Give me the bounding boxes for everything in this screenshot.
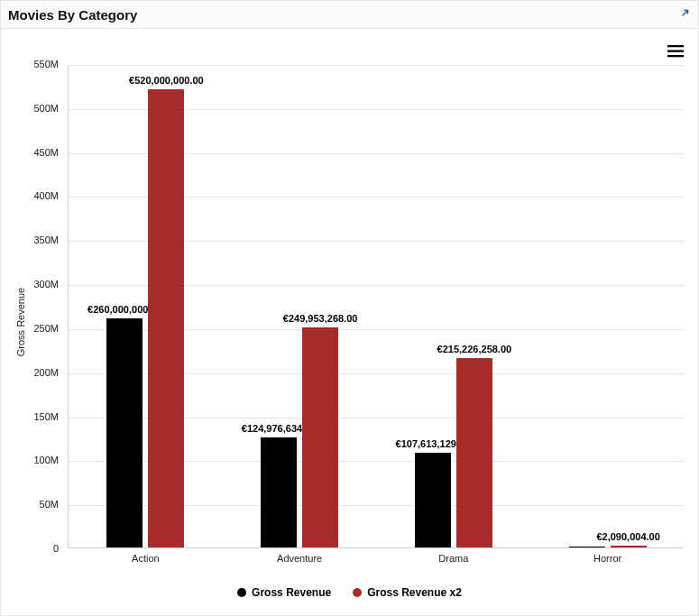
card-body: Gross Revenue Action€260,000,000.00€520,… xyxy=(1,29,698,615)
y-tick-label: 0 xyxy=(8,543,59,554)
y-tick-label: 300M xyxy=(8,279,59,290)
legend-label: Gross Revenue x2 xyxy=(367,586,462,599)
bar[interactable]: €249,953,268.00 xyxy=(302,327,338,547)
chart-area: Gross Revenue Action€260,000,000.00€520,… xyxy=(8,36,691,608)
open-in-new-icon[interactable] xyxy=(678,9,689,20)
legend-item-gross-revenue-x2[interactable]: Gross Revenue x2 xyxy=(353,586,462,599)
legend-swatch-icon xyxy=(353,588,362,597)
bar-value-label: €249,953,268.00 xyxy=(283,313,358,324)
bar[interactable]: €260,000,000.00 xyxy=(106,318,143,547)
y-tick-label: 50M xyxy=(8,499,59,510)
bar[interactable] xyxy=(569,547,605,547)
y-tick-label: 400M xyxy=(8,190,59,201)
y-tick-label: 250M xyxy=(8,323,59,334)
y-tick-label: 100M xyxy=(8,455,59,465)
bar-value-label: €215,226,258.00 xyxy=(437,344,512,354)
gridline xyxy=(69,65,684,66)
y-tick-label: 150M xyxy=(8,411,59,422)
x-tick-label: Drama xyxy=(438,553,468,564)
legend: Gross Revenue Gross Revenue x2 xyxy=(8,584,691,601)
legend-swatch-icon xyxy=(237,588,246,597)
x-tick-label: Adventure xyxy=(277,553,322,564)
y-tick-label: 200M xyxy=(8,367,59,378)
card-title: Movies By Category xyxy=(8,7,137,23)
y-tick-label: 350M xyxy=(8,234,59,245)
bar[interactable]: €2,090,004.00 xyxy=(611,546,647,547)
y-tick-label: 500M xyxy=(8,103,59,114)
y-tick-label: 550M xyxy=(8,59,59,69)
x-tick-label: Horror xyxy=(593,553,621,564)
bar-value-label: €520,000,000.00 xyxy=(129,75,204,86)
bar[interactable]: €124,976,634.00 xyxy=(261,437,297,547)
legend-label: Gross Revenue xyxy=(252,586,331,599)
legend-item-gross-revenue[interactable]: Gross Revenue xyxy=(237,586,331,599)
card-header: Movies By Category xyxy=(1,1,698,29)
plot-area: Action€260,000,000.00€520,000,000.00Adve… xyxy=(68,65,684,548)
bar-value-label: €2,090,004.00 xyxy=(596,531,659,542)
y-tick-label: 450M xyxy=(8,147,59,158)
x-tick-label: Action xyxy=(132,553,160,564)
chart-card: Movies By Category Gross Revenue Action€… xyxy=(0,0,699,616)
bar[interactable]: €107,613,129.00 xyxy=(415,453,451,547)
bar[interactable]: €215,226,258.00 xyxy=(456,358,492,547)
bar[interactable]: €520,000,000.00 xyxy=(148,89,184,547)
